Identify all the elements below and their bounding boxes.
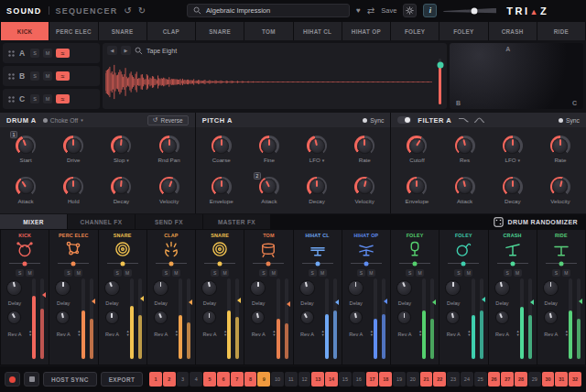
- channel-solo-button[interactable]: S: [454, 269, 462, 277]
- pan-slider[interactable]: [497, 259, 528, 267]
- step-11[interactable]: 11: [285, 372, 298, 387]
- pan-handle[interactable]: [23, 261, 27, 266]
- channel-solo-button[interactable]: S: [504, 269, 512, 277]
- channel-mute-button[interactable]: M: [367, 269, 375, 277]
- pan-handle[interactable]: [120, 261, 125, 266]
- coarse-knob[interactable]: [212, 136, 232, 156]
- reverb-select-stepper[interactable]: ▴▾: [127, 330, 129, 338]
- volume-fader[interactable]: [138, 278, 142, 359]
- pan-handle[interactable]: [364, 261, 368, 266]
- layer-solo-button[interactable]: S: [30, 94, 39, 103]
- fine-knob[interactable]: [259, 136, 279, 156]
- info-button[interactable]: i: [423, 4, 437, 17]
- step-29[interactable]: 29: [528, 372, 541, 387]
- step-31[interactable]: 31: [555, 372, 568, 387]
- reverb-select-stepper[interactable]: ▴▾: [273, 330, 275, 338]
- channel-solo-button[interactable]: S: [16, 269, 24, 277]
- channel-mute-button[interactable]: M: [562, 269, 570, 277]
- velocity-knob[interactable]: [550, 177, 570, 197]
- delay-send-knob[interactable]: [397, 281, 411, 295]
- reverse-button[interactable]: ↺ Reverse: [147, 115, 189, 125]
- step-13[interactable]: 13: [311, 372, 324, 387]
- attack-knob[interactable]: [259, 177, 279, 197]
- volume-fader[interactable]: [235, 278, 239, 359]
- host-sync-button[interactable]: HOST SYNC: [43, 372, 97, 387]
- step-4[interactable]: 4: [190, 372, 202, 387]
- channel-mute-button[interactable]: M: [319, 269, 327, 277]
- delay-send-knob[interactable]: [349, 281, 363, 295]
- reverb-select-stepper[interactable]: ▴▾: [566, 330, 568, 338]
- pan-slider[interactable]: [107, 259, 138, 267]
- fader-handle[interactable]: [530, 299, 534, 305]
- rate-knob[interactable]: [550, 136, 570, 156]
- cutoff-knob[interactable]: [407, 136, 427, 156]
- delay-send-knob[interactable]: [202, 281, 216, 295]
- volume-fader[interactable]: [333, 278, 337, 359]
- step-16[interactable]: 16: [353, 372, 365, 387]
- pad-tab-1-kick[interactable]: KICK: [1, 22, 49, 40]
- layer-mute-button[interactable]: M: [43, 49, 52, 58]
- channel-solo-button[interactable]: S: [211, 269, 219, 277]
- layer-sample-button[interactable]: ≈: [56, 94, 70, 103]
- step-25[interactable]: 25: [474, 372, 487, 387]
- reverb-select-stepper[interactable]: ▴▾: [29, 330, 31, 338]
- pad-tab-11-crash[interactable]: CRASH: [489, 22, 537, 40]
- fader-handle[interactable]: [335, 299, 339, 305]
- channel-mute-button[interactable]: M: [269, 269, 277, 277]
- master-volume-slider[interactable]: [443, 5, 496, 16]
- envelope-knob[interactable]: [212, 177, 232, 197]
- pan-slider[interactable]: [448, 259, 479, 267]
- delay-send-knob[interactable]: [495, 281, 509, 295]
- pan-handle[interactable]: [218, 261, 222, 266]
- step-9[interactable]: 9: [257, 372, 270, 387]
- step-19[interactable]: 19: [393, 372, 406, 387]
- channel-mute-button[interactable]: M: [26, 269, 34, 277]
- delay-send-knob[interactable]: [105, 281, 119, 295]
- pad-tab-4-clap[interactable]: CLAP: [147, 22, 195, 40]
- fader-handle[interactable]: [482, 297, 485, 302]
- step-32[interactable]: 32: [569, 372, 581, 387]
- chevron-down-icon[interactable]: ▾: [322, 158, 325, 163]
- delay-send-knob[interactable]: [154, 281, 168, 295]
- choke-dropdown[interactable]: Choke Off ▾: [43, 117, 83, 124]
- pad-tab-12-ride[interactable]: RIDE: [537, 22, 585, 40]
- stop-button[interactable]: [24, 372, 39, 387]
- fader-handle[interactable]: [579, 299, 582, 304]
- fader-handle[interactable]: [92, 299, 95, 304]
- delay-send-knob[interactable]: [56, 281, 70, 295]
- delay-send-knob[interactable]: [446, 281, 460, 295]
- volume-fader[interactable]: [285, 278, 288, 359]
- attack-knob[interactable]: [16, 177, 36, 197]
- channel-solo-button[interactable]: S: [114, 269, 122, 277]
- tab-channel-fx[interactable]: CHANNEL FX: [68, 214, 135, 229]
- fader-handle[interactable]: [189, 299, 192, 305]
- step-17[interactable]: 17: [366, 372, 379, 387]
- volume-fader[interactable]: [187, 278, 190, 359]
- undo-icon[interactable]: ↺: [124, 6, 131, 16]
- reverb-send-knob[interactable]: [252, 311, 264, 323]
- export-button[interactable]: EXPORT: [101, 372, 144, 387]
- volume-fader[interactable]: [40, 278, 44, 359]
- search-icon[interactable]: [135, 47, 143, 55]
- reverb-select-stepper[interactable]: ▴▾: [224, 330, 226, 338]
- reverb-select-stepper[interactable]: ▴▾: [322, 330, 324, 338]
- layer-sample-button[interactable]: ≈: [56, 71, 70, 81]
- hold-knob[interactable]: [63, 177, 83, 197]
- pan-slider[interactable]: [204, 259, 235, 267]
- channel-mute-button[interactable]: M: [221, 269, 229, 277]
- reverb-send-knob[interactable]: [447, 311, 459, 323]
- channel-mute-button[interactable]: M: [514, 269, 522, 277]
- volume-fader[interactable]: [480, 278, 483, 359]
- envelope-knob[interactable]: [407, 177, 427, 197]
- pan-slider[interactable]: [302, 259, 333, 267]
- decay-knob[interactable]: [111, 177, 131, 197]
- fader-handle[interactable]: [287, 301, 290, 307]
- volume-fader[interactable]: [577, 278, 581, 359]
- drive-knob[interactable]: [63, 136, 83, 156]
- pad-tab-2-perc-elec[interactable]: PERC ELEC: [49, 22, 97, 40]
- pan-slider[interactable]: [399, 259, 430, 267]
- channel-mute-button[interactable]: M: [464, 269, 472, 277]
- pad-tab-5-snare[interactable]: SNARE: [196, 22, 244, 40]
- delay-send-knob[interactable]: [544, 281, 558, 295]
- step-10[interactable]: 10: [271, 372, 284, 387]
